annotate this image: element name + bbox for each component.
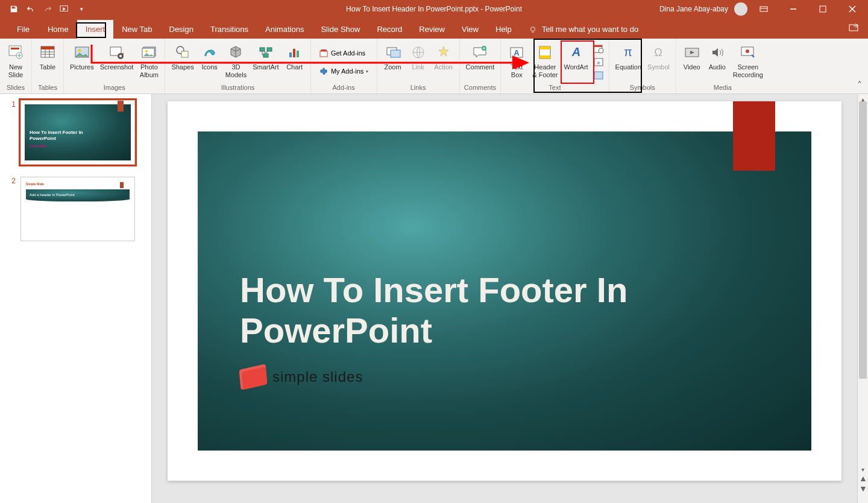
vertical-scrollbar[interactable]: ▴ ▾ ⯅ ⯆ xyxy=(857,94,868,503)
group-comments-label: Comments xyxy=(464,84,496,92)
photo-album-button[interactable]: Photo Album xyxy=(137,40,161,80)
svg-rect-45 xyxy=(594,72,603,79)
tab-newtab[interactable]: New Tab xyxy=(113,20,160,39)
group-tables: Table Tables xyxy=(32,39,64,93)
svg-point-5 xyxy=(530,27,535,31)
redo-button[interactable] xyxy=(40,2,55,16)
chart-label: Chart xyxy=(286,63,303,71)
link-label: Link xyxy=(412,63,424,71)
thumb-number: 2 xyxy=(7,177,16,241)
zoom-button[interactable]: Zoom xyxy=(381,40,405,72)
minimize-button[interactable] xyxy=(779,0,807,18)
slide-number-button[interactable]: # xyxy=(592,56,605,68)
photo-album-label: Photo Album xyxy=(140,63,159,78)
text-box-button[interactable]: A Text Box xyxy=(505,40,529,80)
get-addins-label: Get Add-ins xyxy=(331,49,365,57)
symbol-button: Ω Symbol xyxy=(645,40,672,72)
slide-thumbnail-1[interactable]: How To Insert Footer In PowerPoint simpl… xyxy=(20,100,135,165)
smartart-icon xyxy=(256,43,275,62)
slide-thumbnails-panel[interactable]: 1 How To Insert Footer In PowerPoint sim… xyxy=(0,94,152,503)
next-slide-button[interactable]: ⯆ xyxy=(858,484,868,493)
tab-design[interactable]: Design xyxy=(161,20,202,39)
comment-icon xyxy=(470,43,489,62)
scroll-thumb[interactable] xyxy=(859,101,867,379)
slide-editor[interactable]: How To Insert Footer In PowerPoint simpl… xyxy=(152,94,857,503)
comment-label: Comment xyxy=(466,63,495,71)
header-footer-button[interactable]: Header & Footer xyxy=(530,40,560,80)
screen-recording-button[interactable]: Screen Recording xyxy=(731,40,766,80)
equation-button[interactable]: π Equation xyxy=(613,40,644,72)
group-comments: Comment Comments xyxy=(460,39,502,93)
slide-canvas[interactable]: How To Insert Footer In PowerPoint simpl… xyxy=(168,101,841,481)
save-button[interactable] xyxy=(6,2,22,16)
video-icon xyxy=(682,43,702,62)
collapse-ribbon-button[interactable]: ˄ xyxy=(857,80,862,91)
icons-button[interactable]: Icons xyxy=(198,40,222,72)
user-avatar[interactable] xyxy=(734,2,747,16)
tab-insert[interactable]: Insert xyxy=(77,20,114,39)
video-button[interactable]: Video xyxy=(680,40,704,72)
my-addins-button[interactable]: My Add-ins ▾ xyxy=(315,65,372,78)
ribbon-display-button[interactable] xyxy=(750,0,777,18)
comment-button[interactable]: Comment xyxy=(464,40,497,72)
svg-text:A: A xyxy=(571,45,580,59)
group-illustrations-label: Illustrations xyxy=(221,84,255,92)
audio-icon xyxy=(708,43,727,62)
svg-rect-28 xyxy=(297,51,299,57)
wordart-button[interactable]: A WordArt xyxy=(561,40,590,72)
tab-help[interactable]: Help xyxy=(487,20,520,39)
svg-rect-1 xyxy=(760,7,767,11)
maximize-button[interactable] xyxy=(809,0,836,18)
svg-rect-37 xyxy=(539,46,550,49)
tab-transitions[interactable]: Transitions xyxy=(202,20,257,39)
qat-customize-icon[interactable]: ▾ xyxy=(74,2,89,16)
slide-thumbnail-2[interactable]: Simple Slide Add a header in PowerPoint xyxy=(20,177,135,241)
tell-me-search[interactable]: Tell me what you want to do xyxy=(520,20,647,39)
thumb2-title: Add a header in PowerPoint xyxy=(30,193,75,197)
get-addins-button[interactable]: Get Add-ins xyxy=(315,46,372,60)
group-images: Pictures Screenshot Photo Album Images xyxy=(64,39,165,93)
tab-home[interactable]: Home xyxy=(39,20,77,39)
store-icon xyxy=(319,48,329,58)
thumb1-logo: simple slides xyxy=(30,144,47,148)
tab-file[interactable]: File xyxy=(7,20,39,39)
icons-label: Icons xyxy=(202,63,218,71)
new-slide-button[interactable]: New Slide xyxy=(4,40,28,80)
lightbulb-icon xyxy=(529,25,537,34)
pictures-button[interactable]: Pictures xyxy=(68,40,96,72)
undo-button[interactable] xyxy=(23,2,39,16)
tell-me-label: Tell me what you want to do xyxy=(542,25,638,34)
ribbon: New Slide Slides Table Tables Pictures S… xyxy=(0,39,868,94)
scroll-down-button[interactable]: ▾ xyxy=(858,464,868,474)
tab-slideshow[interactable]: Slide Show xyxy=(312,20,368,39)
start-from-beginning-button[interactable] xyxy=(57,2,72,16)
symbol-icon: Ω xyxy=(649,43,668,62)
icons-icon xyxy=(200,43,219,62)
shapes-button[interactable]: Shapes xyxy=(169,40,196,72)
group-text: A Text Box Header & Footer A WordArt # T… xyxy=(501,39,609,93)
svg-rect-29 xyxy=(320,51,327,57)
table-button[interactable]: Table xyxy=(36,40,60,72)
slide-title-text[interactable]: How To Insert Footer In PowerPoint xyxy=(240,270,627,350)
new-slide-icon xyxy=(6,43,25,62)
svg-rect-26 xyxy=(289,52,292,57)
audio-button[interactable]: Audio xyxy=(705,40,729,72)
3d-models-button[interactable]: 3D Models xyxy=(223,40,249,80)
object-button[interactable] xyxy=(592,69,605,81)
tab-animations[interactable]: Animations xyxy=(257,20,312,39)
share-button[interactable] xyxy=(849,23,860,33)
link-icon xyxy=(409,43,428,62)
chart-icon xyxy=(285,43,304,62)
group-slides: New Slide Slides xyxy=(0,39,32,93)
close-button[interactable] xyxy=(838,0,866,18)
chart-button[interactable]: Chart xyxy=(283,40,307,72)
tab-record[interactable]: Record xyxy=(368,20,410,39)
date-time-button[interactable] xyxy=(592,43,605,55)
tab-review[interactable]: Review xyxy=(410,20,453,39)
smartart-button[interactable]: SmartArt xyxy=(250,40,281,72)
screenshot-button[interactable]: Screenshot xyxy=(98,40,136,72)
prev-slide-button[interactable]: ⯅ xyxy=(858,474,868,484)
tab-view[interactable]: View xyxy=(453,20,487,39)
svg-rect-24 xyxy=(267,48,272,51)
svg-text:Ω: Ω xyxy=(655,46,662,59)
